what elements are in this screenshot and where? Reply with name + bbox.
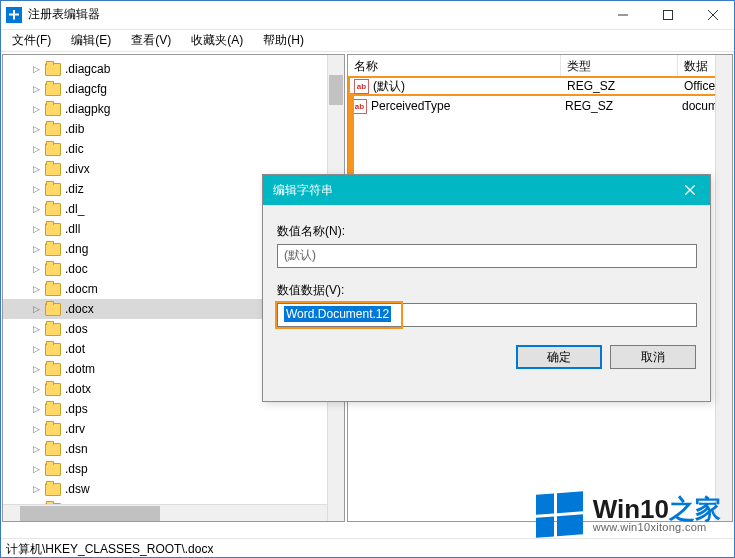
dialog-title-text: 编辑字符串 bbox=[273, 182, 333, 199]
tree-item-label: .dps bbox=[65, 402, 88, 416]
value-data-label: 数值数据(V): bbox=[277, 282, 696, 299]
tree-item[interactable]: ▷.dsp bbox=[3, 459, 344, 479]
tree-item-label: .dl_ bbox=[65, 202, 84, 216]
chevron-right-icon: ▷ bbox=[31, 264, 41, 274]
window-title: 注册表编辑器 bbox=[28, 6, 600, 23]
tree-item-label: .dos bbox=[65, 322, 88, 336]
folder-icon bbox=[45, 283, 61, 296]
chevron-right-icon: ▷ bbox=[31, 224, 41, 234]
value-type: REG_SZ bbox=[563, 79, 680, 93]
menu-edit[interactable]: 编辑(E) bbox=[63, 30, 119, 51]
windows-logo-icon bbox=[536, 491, 583, 537]
folder-icon bbox=[45, 63, 61, 76]
value-name-label: 数值名称(N): bbox=[277, 223, 696, 240]
list-row[interactable]: abPerceivedTypeREG_SZdocumen bbox=[348, 96, 732, 116]
menu-help[interactable]: 帮助(H) bbox=[255, 30, 312, 51]
folder-icon bbox=[45, 463, 61, 476]
folder-icon bbox=[45, 423, 61, 436]
folder-icon bbox=[45, 163, 61, 176]
menu-favorites[interactable]: 收藏夹(A) bbox=[183, 30, 251, 51]
tree-item-label: .dot bbox=[65, 342, 85, 356]
chevron-right-icon: ▷ bbox=[31, 324, 41, 334]
tree-item[interactable]: ▷.diagpkg bbox=[3, 99, 344, 119]
value-name-input[interactable]: (默认) bbox=[277, 244, 697, 268]
value-type: REG_SZ bbox=[561, 99, 678, 113]
tree-item-label: .diagpkg bbox=[65, 102, 110, 116]
chevron-right-icon: ▷ bbox=[31, 164, 41, 174]
chevron-right-icon: ▷ bbox=[31, 124, 41, 134]
folder-icon bbox=[45, 83, 61, 96]
list-rows: ab(默认)REG_SZOffice12abPerceivedTypeREG_S… bbox=[348, 76, 732, 116]
cancel-button[interactable]: 取消 bbox=[610, 345, 696, 369]
titlebar: 注册表编辑器 bbox=[0, 0, 735, 30]
value-data-input[interactable]: Word.Document.12 bbox=[277, 303, 697, 327]
chevron-right-icon: ▷ bbox=[31, 464, 41, 474]
tree-item-label: .dsn bbox=[65, 442, 88, 456]
folder-icon bbox=[45, 403, 61, 416]
chevron-right-icon: ▷ bbox=[31, 64, 41, 74]
minimize-button[interactable] bbox=[600, 0, 645, 29]
chevron-right-icon: ▷ bbox=[31, 424, 41, 434]
tree-item-label: .docm bbox=[65, 282, 98, 296]
chevron-right-icon: ▷ bbox=[31, 104, 41, 114]
chevron-right-icon: ▷ bbox=[31, 204, 41, 214]
value-name: PerceivedType bbox=[371, 99, 450, 113]
close-button[interactable] bbox=[690, 0, 735, 29]
app-icon bbox=[6, 7, 22, 23]
tree-item[interactable]: ▷.dps bbox=[3, 399, 344, 419]
string-value-icon: ab bbox=[352, 99, 367, 114]
tree-item[interactable]: ▷.dib bbox=[3, 119, 344, 139]
folder-icon bbox=[45, 183, 61, 196]
watermark-brand-b: 之家 bbox=[669, 494, 721, 524]
column-type[interactable]: 类型 bbox=[561, 55, 678, 76]
tree-item[interactable]: ▷.diagcab bbox=[3, 59, 344, 79]
list-row[interactable]: ab(默认)REG_SZOffice12 bbox=[348, 76, 732, 96]
chevron-right-icon: ▷ bbox=[31, 284, 41, 294]
menu-file[interactable]: 文件(F) bbox=[4, 30, 59, 51]
string-value-icon: ab bbox=[354, 79, 369, 94]
value-data-selection: Word.Document.12 bbox=[284, 306, 391, 322]
menu-view[interactable]: 查看(V) bbox=[123, 30, 179, 51]
folder-icon bbox=[45, 143, 61, 156]
tree-item[interactable]: ▷.dsn bbox=[3, 439, 344, 459]
chevron-right-icon: ▷ bbox=[31, 144, 41, 154]
tree-item[interactable]: ▷.drv bbox=[3, 419, 344, 439]
tree-item-label: .diagcfg bbox=[65, 82, 107, 96]
watermark-brand-a: Win10 bbox=[593, 494, 669, 524]
chevron-right-icon: ▷ bbox=[31, 384, 41, 394]
menubar: 文件(F) 编辑(E) 查看(V) 收藏夹(A) 帮助(H) bbox=[0, 30, 735, 52]
folder-icon bbox=[45, 203, 61, 216]
list-vertical-scrollbar[interactable] bbox=[715, 55, 732, 521]
chevron-right-icon: ▷ bbox=[31, 484, 41, 494]
dialog-close-button[interactable] bbox=[670, 175, 710, 205]
tree-item-label: .diz bbox=[65, 182, 84, 196]
tree-item[interactable]: ▷.dsw bbox=[3, 479, 344, 499]
folder-icon bbox=[45, 323, 61, 336]
chevron-right-icon: ▷ bbox=[31, 364, 41, 374]
folder-icon bbox=[45, 123, 61, 136]
tree-item-label: .dsp bbox=[65, 462, 88, 476]
folder-icon bbox=[45, 103, 61, 116]
folder-icon bbox=[45, 343, 61, 356]
column-name[interactable]: 名称 bbox=[348, 55, 561, 76]
watermark-url: www.win10xitong.com bbox=[593, 522, 721, 533]
ok-button[interactable]: 确定 bbox=[516, 345, 602, 369]
tree-item-label: .divx bbox=[65, 162, 90, 176]
tree-item[interactable]: ▷.dic bbox=[3, 139, 344, 159]
tree-item-label: .dotm bbox=[65, 362, 95, 376]
tree-item-label: .docx bbox=[65, 302, 94, 316]
window-controls bbox=[600, 0, 735, 29]
chevron-right-icon: ▷ bbox=[31, 184, 41, 194]
chevron-right-icon: ▷ bbox=[31, 404, 41, 414]
folder-icon bbox=[45, 383, 61, 396]
folder-icon bbox=[45, 223, 61, 236]
dialog-titlebar: 编辑字符串 bbox=[263, 175, 710, 205]
tree-item-label: .dng bbox=[65, 242, 88, 256]
maximize-button[interactable] bbox=[645, 0, 690, 29]
tree-item[interactable]: ▷.diagcfg bbox=[3, 79, 344, 99]
tree-horizontal-scrollbar[interactable] bbox=[3, 504, 327, 521]
folder-icon bbox=[45, 303, 61, 316]
tree-item-label: .doc bbox=[65, 262, 88, 276]
tree-item-label: .drv bbox=[65, 422, 85, 436]
edit-string-dialog: 编辑字符串 数值名称(N): (默认) 数值数据(V): Word.Docume… bbox=[262, 174, 711, 402]
